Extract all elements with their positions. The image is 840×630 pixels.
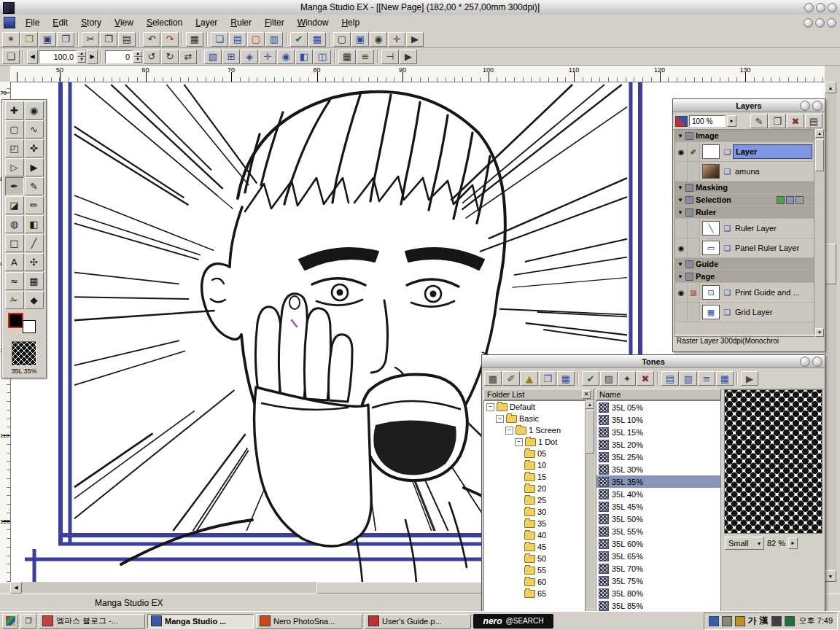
material-move-button[interactable]: ✛ [388, 32, 405, 47]
rotation-spin-up[interactable]: ▲ [133, 51, 142, 57]
collapse-icon[interactable]: ▼ [677, 261, 683, 268]
flip-horizontal-button[interactable]: ⇄ [179, 50, 197, 64]
background-color-swatch[interactable] [23, 320, 36, 333]
view-lines-button[interactable]: ≡ [357, 50, 374, 64]
canvas-vertical-scrollbar[interactable]: ▲ ▼ [825, 82, 836, 582]
layer-properties-button[interactable]: ▤ [805, 114, 822, 128]
folder-scrollbar[interactable]: ▲ ▼ [586, 400, 594, 629]
menu-view[interactable]: View [108, 15, 140, 30]
folder-10[interactable]: 10 [484, 459, 585, 471]
print-button[interactable]: ▦ [186, 32, 203, 47]
pencil-tool[interactable]: ✎ [25, 177, 44, 195]
lock-icon[interactable] [800, 101, 810, 111]
expander-icon[interactable]: − [515, 438, 523, 446]
layers-scrollbar[interactable]: ▲ ▼ [815, 129, 824, 337]
layers-scroll-thumb[interactable] [815, 139, 824, 171]
lock-icon[interactable] [800, 357, 810, 367]
view-cards-button[interactable]: ❐ [539, 371, 556, 386]
scroll-left-button[interactable]: ◀ [10, 582, 22, 594]
layer-name[interactable]: Layer [733, 144, 812, 159]
layer-section-selection[interactable]: ▼Selection [675, 194, 814, 206]
layer-name[interactable]: Ruler Layer [733, 222, 812, 235]
tones-panel-titlebar[interactable]: Tones [482, 355, 825, 368]
tone-item-35l-65[interactable]: 35L 65% [596, 550, 720, 562]
preview-zoom-spinner[interactable]: ▸ [788, 537, 798, 549]
line-tool[interactable]: ╱ [25, 234, 44, 252]
folder-05[interactable]: 05 [484, 448, 585, 459]
folder-45[interactable]: 45 [484, 541, 585, 553]
collapse-icon[interactable]: ▼ [677, 209, 683, 216]
zoom-spin-up[interactable]: ▲ [77, 51, 86, 57]
fill-tool[interactable]: ◍ [5, 215, 24, 233]
lasso-tool[interactable]: ∿ [25, 120, 44, 139]
layer-new-button[interactable]: ✎ [750, 114, 768, 128]
menu-filter[interactable]: Filter [258, 15, 291, 30]
new-page-button[interactable]: ✶ [2, 32, 20, 47]
opacity-spinner-button[interactable]: ▸ [727, 115, 736, 127]
dropper-tool[interactable]: ◆ [25, 291, 44, 309]
tone-item-35l-75[interactable]: 35L 75% [596, 575, 720, 587]
menu-story[interactable]: Story [74, 15, 108, 30]
layer-duplicate-button[interactable]: ❐ [769, 114, 786, 128]
visibility-eye-icon[interactable]: ◉ [675, 238, 688, 257]
close-button[interactable] [828, 3, 837, 12]
rotation-input[interactable] [105, 50, 133, 63]
folder-1-dot[interactable]: −1 Dot [484, 436, 585, 448]
tone-check-button[interactable]: ✔ [582, 371, 599, 386]
expander-icon[interactable]: − [496, 415, 504, 423]
layer-section-masking[interactable]: ▼Masking [675, 182, 814, 194]
zoom-input[interactable] [39, 50, 77, 63]
selection-mini-icon-1[interactable] [786, 196, 794, 204]
redo-button[interactable]: ↷ [161, 32, 179, 47]
eraser-tool[interactable]: ◪ [5, 196, 24, 214]
search-button[interactable]: ◉ [370, 32, 387, 47]
smudge-tool[interactable]: ≈ [5, 272, 24, 290]
panel-expand-button[interactable]: ▶ [741, 371, 758, 386]
more-button[interactable]: ▶ [406, 32, 424, 47]
mdi-close-button[interactable] [827, 18, 836, 28]
layer-row-ruler-layer[interactable]: ╲❏Ruler Layer [675, 219, 814, 238]
snap-focus-button[interactable]: ◉ [277, 50, 295, 64]
pattern-tool[interactable]: ▦ [25, 272, 44, 290]
show-desktop-button[interactable]: ❐ [20, 614, 36, 629]
list-rows-button[interactable]: ≡ [698, 371, 715, 386]
folder-scroll-thumb[interactable] [586, 410, 594, 454]
layer-opacity-value[interactable]: 100 % [689, 115, 726, 127]
edit-pen-icon[interactable] [688, 303, 700, 322]
tone-item-35l-10[interactable]: 35L 10% [596, 413, 720, 426]
expander-icon[interactable]: − [505, 427, 513, 435]
layer-section-guide[interactable]: ▼Guide [675, 258, 814, 271]
layer-section-page[interactable]: ▼Page [675, 271, 814, 283]
folder-50[interactable]: 50 [484, 553, 585, 564]
menu-file[interactable]: File [19, 15, 46, 30]
collapse-icon[interactable]: ▼ [677, 184, 683, 191]
edit-pen-icon[interactable] [688, 162, 700, 181]
select-white-tool[interactable]: ▷ [5, 158, 24, 176]
layer-name[interactable]: Print Guide and ... [733, 286, 812, 299]
snap-frame-button[interactable]: ◫ [314, 50, 331, 64]
story-view-button[interactable]: ▥ [265, 32, 283, 47]
visibility-eye-icon[interactable] [675, 162, 688, 181]
tone-item-35l-70[interactable]: 35L 70% [596, 562, 720, 575]
minimize-button[interactable] [804, 3, 814, 12]
marquee-tool[interactable]: ▢ [5, 120, 24, 139]
tray-icon-0[interactable] [709, 616, 719, 626]
ime-hangul-indicator[interactable]: 가 [748, 615, 757, 627]
print-guide-icon[interactable]: ▨ [688, 283, 700, 302]
taskbar-item-manga-studio[interactable]: Manga Studio ... [147, 614, 254, 629]
name-column-header[interactable]: Name [596, 389, 721, 400]
expander-icon[interactable]: − [486, 403, 494, 411]
tray-icon2-1[interactable] [785, 616, 795, 626]
pen-tool[interactable]: ✒ [5, 177, 24, 195]
move-tool[interactable]: ✜ [25, 139, 44, 158]
pan-tool[interactable]: ✚ [5, 101, 24, 120]
tone-pattern-button[interactable]: ▩ [484, 371, 502, 386]
tone-item-35l-40[interactable]: 35L 40% [596, 488, 720, 500]
folder-55[interactable]: 55 [484, 564, 585, 576]
layer-row-grid-layer[interactable]: ▦❏Grid Layer [675, 303, 814, 322]
menu-edit[interactable]: Edit [46, 15, 74, 30]
collapse-icon[interactable]: ▼ [677, 197, 683, 203]
tone-item-35l-50[interactable]: 35L 50% [596, 513, 720, 525]
tone-item-35l-25[interactable]: 35L 25% [596, 451, 720, 463]
visibility-eye-icon[interactable] [675, 303, 688, 322]
